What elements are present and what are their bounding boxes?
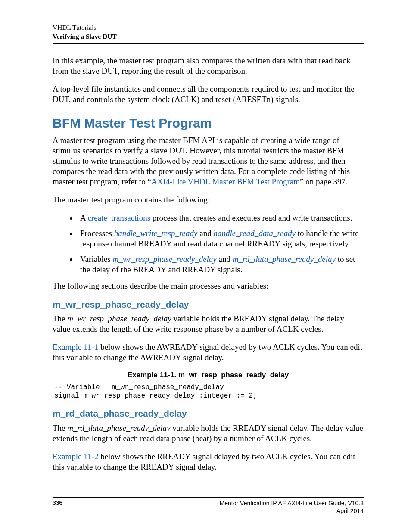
header-rule [53, 43, 364, 44]
b1-pre: A [80, 213, 87, 222]
section-intro: A master test program using the master B… [53, 135, 364, 187]
code-block: -- Variable : m_wr_resp_phase_ready_dela… [53, 383, 364, 400]
header-chapter: VHDL Tutorials [53, 23, 364, 32]
link-create-transactions[interactable]: create_transactions [87, 213, 150, 222]
link-handle-write-resp-ready[interactable]: handle_write_resp_ready [114, 229, 198, 238]
footer-right: Mentor Verification IP AE AXI4-Lite User… [220, 499, 364, 515]
page-number: 336 [53, 499, 62, 507]
subsection-heading: m_wr_resp_phase_ready_delay [53, 299, 364, 310]
sub1-para2: Example 11-1 below shows the AWREADY sig… [53, 342, 364, 363]
b2-pre: Processes [80, 229, 114, 238]
sub2-para1: The m_rd_data_phase_ready_delay variable… [53, 423, 364, 444]
link-example-11-1[interactable]: Example 11-1 [53, 342, 98, 352]
intro-para-2: A top-level file instantiates and connec… [53, 84, 364, 105]
link-handle-read-data-ready[interactable]: handle_read_data_ready [213, 229, 296, 238]
sub2-p1-var: m_rd_data_phase_ready_delay [67, 423, 170, 432]
sub1-p1-var: m_wr_resp_phase_ready_delay [67, 314, 171, 323]
section-heading: BFM Master Test Program [53, 115, 364, 131]
footer-rule [53, 497, 364, 498]
describe-para: The following sections describe the main… [53, 281, 364, 291]
link-m-wr-resp-phase-ready-delay[interactable]: m_wr_resp_phase_ready_delay [112, 255, 216, 264]
subsection-heading: m_rd_data_phase_ready_delay [53, 408, 364, 419]
footer-doc-title: Mentor Verification IP AE AXI4-Lite User… [220, 499, 364, 507]
sub2-para2: Example 11-2 below shows the RREADY sign… [53, 451, 364, 472]
footer-date: April 2014 [220, 507, 364, 515]
list-item: A create_transactions process that creat… [78, 213, 364, 223]
bullet-list: A create_transactions process that creat… [53, 213, 364, 275]
intro-para-1: In this example, the master test program… [53, 56, 364, 76]
page-footer: 336 Mentor Verification IP AE AXI4-Lite … [53, 499, 364, 515]
running-header: VHDL Tutorials Verifying a Slave DUT [53, 23, 364, 41]
section-intro-post: ” on page 397. [300, 177, 348, 186]
link-master-bfm-test-program[interactable]: AXI4-Lite VHDL Master BFM Test Program [151, 177, 300, 186]
header-topic: Verifying a Slave DUT [53, 32, 364, 41]
b2-mid: and [197, 229, 213, 238]
b3-pre: Variables [80, 255, 112, 264]
sub2-p2-post: below shows the RREADY signal delayed by… [53, 452, 355, 471]
list-item: Variables m_wr_resp_phase_ready_delay an… [78, 254, 364, 275]
sub1-p2-post: below shows the AWREADY signal delayed b… [53, 342, 362, 362]
b1-post: process that creates and executes read a… [150, 213, 352, 222]
b3-mid: and [217, 255, 233, 264]
sub2-p1-pre: The [53, 423, 67, 432]
link-m-rd-data-phase-ready-delay[interactable]: m_rd_data_phase_ready_delay [233, 255, 336, 264]
example-caption: Example 11-1. m_wr_resp_phase_ready_dela… [53, 370, 364, 380]
sub1-para1: The m_wr_resp_phase_ready_delay variable… [53, 314, 364, 334]
list-item: Processes handle_write_resp_ready and ha… [78, 228, 364, 249]
link-example-11-2[interactable]: Example 11-2 [53, 452, 98, 461]
contains-para: The master test program contains the fol… [53, 195, 364, 205]
sub1-p1-pre: The [53, 314, 67, 323]
